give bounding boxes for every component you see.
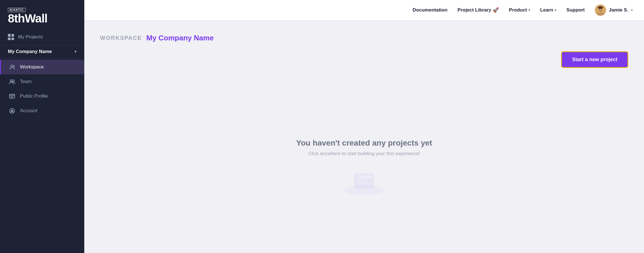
sidebar-item-team[interactable]: Team [0, 74, 84, 89]
sidebar-item-public-profile[interactable]: Public Profile [0, 89, 84, 104]
niantic-badge: NIANTIC [8, 8, 26, 12]
svg-rect-21 [357, 182, 365, 183]
rocket-icon: 🚀 [493, 7, 499, 13]
svg-rect-20 [357, 179, 368, 181]
topnav-product[interactable]: Product ▾ [509, 7, 530, 13]
chevron-down-icon: ▾ [74, 49, 76, 54]
empty-subtitle: Click anywhere to start building your fi… [308, 151, 420, 157]
svg-rect-4 [10, 94, 15, 98]
empty-illustration [339, 168, 389, 197]
team-icon [9, 78, 15, 85]
grid-icon [8, 34, 14, 40]
workspace-icon [9, 64, 15, 70]
svg-point-2 [10, 80, 12, 82]
sidebar-nav: Workspace Team [0, 58, 84, 118]
user-menu[interactable]: Jamie S. ▾ [595, 4, 633, 16]
empty-title: You haven't created any projects yet [296, 139, 432, 148]
topnav-project-library[interactable]: Project Library 🚀 [457, 7, 499, 13]
svg-point-1 [13, 66, 15, 67]
profile-icon [9, 93, 15, 100]
workspace-selector[interactable]: My Company Name ▾ [0, 45, 84, 58]
sidebar: NIANTIC 8thWall My Projects My Company N… [0, 0, 84, 253]
workspace-selector-name: My Company Name [8, 49, 52, 54]
breadcrumb-name: My Company Name [146, 34, 214, 42]
empty-state: You haven't created any projects yet Cli… [100, 85, 628, 240]
sidebar-account-label: Account [20, 108, 37, 114]
page-content: WORKSPACE My Company Name Start a new pr… [84, 20, 644, 253]
avatar [595, 4, 606, 16]
user-chevron-icon: ▾ [631, 8, 633, 12]
logo-area: NIANTIC 8thWall [0, 0, 84, 30]
svg-point-3 [12, 80, 14, 82]
svg-point-14 [598, 6, 603, 9]
topnav-learn[interactable]: Learn ▾ [540, 7, 556, 13]
sidebar-public-profile-label: Public Profile [20, 93, 48, 99]
svg-rect-19 [357, 176, 372, 178]
svg-point-15 [599, 9, 600, 9]
start-new-project-button[interactable]: Start a new project [561, 51, 628, 68]
account-icon [9, 107, 15, 114]
user-name: Jamie S. [609, 7, 628, 13]
breadcrumb: WORKSPACE My Company Name [100, 34, 628, 42]
learn-chevron-icon: ▾ [555, 8, 556, 12]
topnav-documentation[interactable]: Documentation [413, 7, 448, 13]
my-projects-label: My Projects [18, 34, 43, 40]
breadcrumb-workspace: WORKSPACE [100, 35, 142, 41]
svg-point-16 [601, 9, 602, 9]
topnav: Documentation Project Library 🚀 Product … [84, 0, 644, 20]
sidebar-workspace-label: Workspace [20, 64, 44, 70]
product-chevron-icon: ▾ [529, 8, 530, 12]
sidebar-item-account[interactable]: Account [0, 104, 84, 118]
sidebar-team-label: Team [20, 79, 32, 84]
sidebar-item-my-projects[interactable]: My Projects [0, 30, 84, 44]
start-button-area: Start a new project [100, 51, 628, 68]
logo-text: 8thWall [8, 13, 47, 24]
sidebar-item-workspace[interactable]: Workspace [0, 60, 84, 74]
main-area: Documentation Project Library 🚀 Product … [84, 0, 644, 253]
topnav-support[interactable]: Support [566, 7, 585, 13]
